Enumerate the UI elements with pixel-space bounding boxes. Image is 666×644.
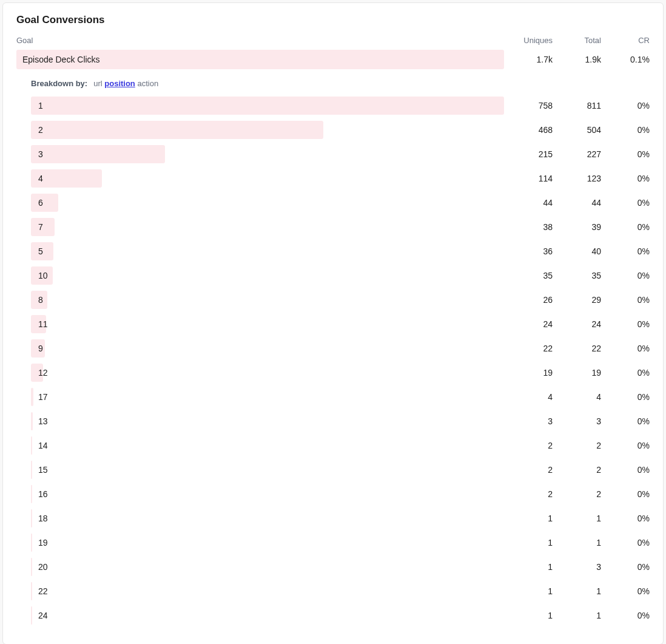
row-label: 3 — [31, 149, 43, 159]
row-uniques: 22 — [504, 344, 553, 353]
row-bar-wrap: 17 — [31, 388, 504, 406]
row-bar-wrap: 12 — [31, 364, 504, 382]
row-label: 5 — [31, 246, 43, 256]
column-header-total[interactable]: Total — [553, 36, 601, 45]
row-uniques: 19 — [504, 368, 553, 378]
table-row[interactable]: 24110% — [31, 606, 650, 625]
row-bar-wrap: 1 — [31, 97, 504, 115]
row-label: 17 — [31, 392, 48, 402]
goal-bar-wrap: Episode Deck Clicks — [16, 50, 504, 69]
goal-uniques: 1.7k — [504, 55, 553, 64]
row-label: 19 — [31, 538, 48, 547]
table-row[interactable]: 20130% — [31, 558, 650, 576]
table-row[interactable]: 16220% — [31, 485, 650, 503]
goal-total: 1.9k — [553, 55, 601, 64]
table-row[interactable]: 15220% — [31, 461, 650, 479]
row-cr: 0% — [601, 101, 650, 110]
row-cr: 0% — [601, 489, 650, 499]
row-uniques: 1 — [504, 562, 553, 572]
goal-label: Episode Deck Clicks — [16, 55, 100, 64]
row-uniques: 2 — [504, 441, 553, 450]
row-bar-wrap: 13 — [31, 412, 504, 430]
column-header-cr[interactable]: CR — [601, 36, 650, 45]
table-row[interactable]: 14220% — [31, 436, 650, 455]
row-bar-wrap: 4 — [31, 169, 504, 188]
column-header-uniques[interactable]: Uniques — [504, 36, 553, 45]
row-label: 14 — [31, 441, 48, 450]
breakdown-prefix: Breakdown by: — [31, 79, 87, 88]
table-row[interactable]: 17440% — [31, 388, 650, 406]
table-row[interactable]: 1124240% — [31, 315, 650, 333]
row-bar — [31, 145, 165, 163]
row-label: 15 — [31, 465, 48, 475]
table-row[interactable]: 644440% — [31, 194, 650, 212]
row-bar — [31, 121, 323, 139]
goal-row-main[interactable]: Episode Deck Clicks 1.7k 1.9k 0.1% — [16, 50, 650, 69]
table-row[interactable]: 738390% — [31, 218, 650, 236]
row-total: 39 — [553, 222, 601, 232]
goal-cr: 0.1% — [601, 55, 650, 64]
table-row[interactable]: 19110% — [31, 534, 650, 552]
row-uniques: 1 — [504, 586, 553, 596]
table-header: Goal Uniques Total CR — [16, 36, 650, 45]
row-label: 18 — [31, 514, 48, 523]
row-total: 19 — [553, 368, 601, 378]
row-cr: 0% — [601, 368, 650, 378]
breakdown-option-position[interactable]: position — [104, 79, 135, 88]
row-total: 1 — [553, 538, 601, 547]
row-uniques: 24 — [504, 319, 553, 329]
row-cr: 0% — [601, 562, 650, 572]
row-total: 22 — [553, 344, 601, 353]
row-cr: 0% — [601, 198, 650, 208]
row-total: 2 — [553, 441, 601, 450]
row-total: 40 — [553, 246, 601, 256]
row-uniques: 35 — [504, 271, 553, 280]
row-uniques: 2 — [504, 489, 553, 499]
row-total: 227 — [553, 149, 601, 159]
table-row[interactable]: 32152270% — [31, 145, 650, 163]
row-label: 9 — [31, 344, 43, 353]
table-row[interactable]: 1219190% — [31, 364, 650, 382]
row-total: 1 — [553, 611, 601, 620]
row-total: 504 — [553, 125, 601, 135]
table-row[interactable]: 24685040% — [31, 121, 650, 139]
row-cr: 0% — [601, 441, 650, 450]
row-label: 24 — [31, 611, 48, 620]
row-bar-wrap: 18 — [31, 509, 504, 527]
table-row[interactable]: 13330% — [31, 412, 650, 430]
row-bar-wrap: 3 — [31, 145, 504, 163]
table-row[interactable]: 22110% — [31, 582, 650, 600]
breakdown-option-action[interactable]: action — [137, 79, 158, 88]
table-row[interactable]: 536400% — [31, 242, 650, 260]
column-header-goal[interactable]: Goal — [16, 36, 504, 45]
breakdown-option-url[interactable]: url — [93, 79, 102, 88]
row-total: 1 — [553, 514, 601, 523]
row-bar-wrap: 10 — [31, 266, 504, 285]
table-row[interactable]: 826290% — [31, 291, 650, 309]
row-cr: 0% — [601, 295, 650, 305]
row-total: 3 — [553, 416, 601, 426]
row-uniques: 26 — [504, 295, 553, 305]
row-uniques: 2 — [504, 465, 553, 475]
row-uniques: 468 — [504, 125, 553, 135]
row-bar-wrap: 5 — [31, 242, 504, 260]
table-row[interactable]: 17588110% — [31, 97, 650, 115]
row-uniques: 1 — [504, 538, 553, 547]
row-bar-wrap: 24 — [31, 606, 504, 625]
row-bar-wrap: 15 — [31, 461, 504, 479]
row-bar-wrap: 8 — [31, 291, 504, 309]
table-row[interactable]: 1035350% — [31, 266, 650, 285]
row-total: 811 — [553, 101, 601, 110]
table-row[interactable]: 922220% — [31, 339, 650, 358]
row-bar-wrap: 6 — [31, 194, 504, 212]
row-uniques: 44 — [504, 198, 553, 208]
row-bar-wrap: 11 — [31, 315, 504, 333]
row-label: 8 — [31, 295, 43, 305]
row-cr: 0% — [601, 246, 650, 256]
table-row[interactable]: 18110% — [31, 509, 650, 527]
row-bar-wrap: 19 — [31, 534, 504, 552]
row-bar-wrap: 16 — [31, 485, 504, 503]
row-total: 3 — [553, 562, 601, 572]
row-cr: 0% — [601, 222, 650, 232]
table-row[interactable]: 41141230% — [31, 169, 650, 188]
